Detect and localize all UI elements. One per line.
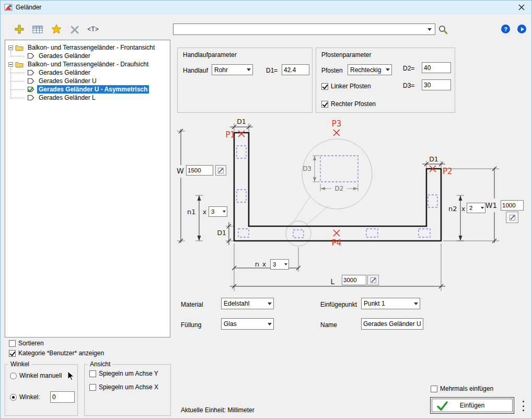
tree-item-gerades-gelaender-2[interactable]: Gerades Geländer (5, 68, 170, 77)
add-button[interactable] (13, 22, 26, 36)
railing-preview-drawing: P1 P3 P2 P4 D1 D1 D1 W W1 L n1 x n2 x n … (175, 118, 530, 298)
help-button[interactable]: ? (501, 25, 510, 33)
spiegeln-x-checkbox[interactable] (89, 384, 96, 391)
play-button[interactable] (517, 25, 526, 33)
favorites-button[interactable] (50, 22, 63, 36)
handlauf-groupbox: Handlaufparameter Handlauf Rohr D1= (177, 48, 313, 113)
mehrmals-checkbox[interactable] (431, 386, 437, 392)
winkel-manuell-radio[interactable] (10, 373, 17, 379)
tree-item-gerades-gelaender-u[interactable]: Gerades Geländer U (5, 77, 170, 85)
w-pick-button[interactable] (215, 165, 226, 176)
w1-dim-label: W1 (485, 201, 497, 210)
tree-item-label: Gerades Geländer (37, 68, 92, 77)
rechter-pfosten-row[interactable]: Rechter Pfosten (321, 100, 376, 108)
close-button[interactable] (516, 2, 527, 13)
winkel-radio[interactable] (10, 394, 17, 401)
kategorie-label: Kategorie *Benutzer* anzeigen (18, 350, 104, 357)
more-options-button[interactable] (519, 400, 527, 412)
app-icon (4, 3, 13, 11)
l-input[interactable] (342, 275, 366, 285)
n-select[interactable]: 3 (270, 259, 289, 270)
p1-label: P1 (225, 130, 235, 139)
d2-label: D2= (403, 65, 414, 72)
fuellung-label: Füllung (181, 321, 201, 329)
close-icon (518, 4, 525, 10)
handlauf-select-value: Rohr (214, 66, 228, 74)
handlauf-label: Handlauf (183, 67, 208, 74)
folder-icon (15, 61, 24, 67)
n2-select[interactable]: 2 (467, 203, 485, 213)
winkel-value-label: Winkel: (19, 393, 40, 401)
pick-from-drawing-icon (217, 167, 224, 174)
mehrmals-row[interactable]: Mehrmals einfügen (431, 385, 493, 392)
spiegeln-y-label: Spiegeln um Achse Y (99, 370, 158, 377)
linker-pfosten-row[interactable]: Linker Pfosten (321, 83, 371, 90)
search-input[interactable] (174, 25, 427, 34)
symbol-selected-icon (27, 86, 34, 92)
sortieren-row[interactable]: Sortieren (9, 340, 44, 347)
tree-item-label: Gerades Geländer (37, 52, 92, 60)
chevron-down-icon (223, 211, 226, 213)
material-label: Material (181, 301, 203, 308)
material-select[interactable]: Edelstahl (221, 298, 274, 309)
winkel-group-title: Winkel (8, 360, 31, 368)
list-view-button[interactable] (31, 23, 44, 37)
name-input[interactable] (361, 318, 423, 330)
symbol-icon (27, 78, 34, 84)
winkel-input[interactable] (50, 391, 75, 403)
tree-expander-icon[interactable] (8, 45, 13, 50)
text-macro-button[interactable]: <T> (84, 22, 102, 36)
x-label: x (203, 208, 206, 216)
tree-expander-icon[interactable] (8, 62, 13, 67)
sortieren-checkbox[interactable] (9, 340, 16, 347)
delete-button[interactable] (68, 23, 82, 37)
n1-select[interactable]: 3 (209, 206, 227, 217)
winkel-row[interactable]: Winkel: (10, 393, 40, 401)
rechter-pfosten-checkbox[interactable] (321, 101, 328, 108)
winkel-manuell-row[interactable]: Winkel manuell (10, 372, 62, 379)
material-select-value: Edelstahl (224, 300, 249, 307)
einfuegen-button[interactable]: Einfügen (430, 397, 514, 414)
tree-item-label: Balkon- und Terrassengeländer - Frontans… (26, 43, 156, 52)
tree-item-gerades-gelaender-u-asymmetrisch[interactable]: Gerades Geländer U - Asymmetrisch (5, 85, 170, 94)
chevron-down-icon (268, 302, 272, 305)
spiegeln-x-row[interactable]: Spiegeln um Achse X (89, 383, 158, 391)
p4-label: P4 (332, 238, 342, 248)
chevron-down-icon[interactable] (427, 28, 432, 31)
tree-item-folder-draufsicht[interactable]: Balkon- und Terrassengeländer - Draufsic… (5, 60, 170, 68)
search-combobox[interactable] (173, 24, 435, 35)
x-label: x (461, 205, 465, 213)
d1-input[interactable] (282, 64, 309, 75)
tree-item-gerades-gelaender-1[interactable]: Gerades Geländer (5, 52, 170, 60)
d3-input[interactable] (422, 79, 451, 90)
spiegeln-y-row[interactable]: Spiegeln um Achse Y (89, 370, 158, 377)
d2-detail-label: D2 (335, 185, 344, 192)
linker-pfosten-checkbox[interactable] (321, 83, 328, 90)
tree-item-folder-frontansicht[interactable]: Balkon- und Terrassengeländer - Frontans… (5, 43, 170, 52)
w1-input[interactable] (501, 200, 524, 211)
einfuegepunkt-select-value: Punkt 1 (364, 300, 385, 307)
winkel-manuell-label: Winkel manuell (19, 372, 62, 379)
chevron-down-icon (247, 68, 251, 71)
folder-icon (15, 44, 24, 51)
handlauf-select[interactable]: Rohr (212, 64, 253, 75)
w1-pick-button[interactable] (506, 212, 518, 223)
pfosten-select[interactable]: Rechteckig (348, 64, 392, 75)
n-select-value: 3 (273, 261, 276, 267)
kategorie-checkbox[interactable] (9, 350, 16, 357)
tree-item-gerades-gelaender-l[interactable]: Gerades Geländer L (5, 94, 170, 102)
symbol-icon (27, 69, 34, 76)
l-pick-button[interactable] (367, 275, 379, 285)
help-icon: ? (504, 26, 507, 32)
fuellung-select[interactable]: Glas (221, 318, 274, 330)
w-input[interactable] (186, 165, 213, 176)
kategorie-row[interactable]: Kategorie *Benutzer* anzeigen (9, 350, 104, 357)
table-icon (32, 26, 43, 34)
catalog-tree: Balkon- und Terrassengeländer - Frontans… (5, 40, 170, 337)
d2-input[interactable] (422, 62, 451, 73)
spiegeln-y-checkbox[interactable] (89, 370, 96, 377)
dimension-lines (181, 127, 494, 286)
linker-pfosten-label: Linker Pfosten (331, 83, 371, 90)
search-button[interactable] (436, 23, 450, 37)
einfuegepunkt-select[interactable]: Punkt 1 (361, 298, 420, 309)
